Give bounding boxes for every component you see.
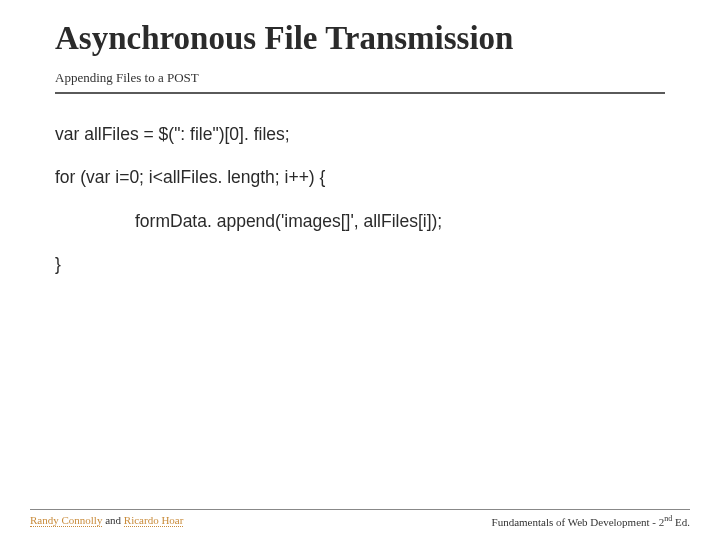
author-1: Randy Connolly bbox=[30, 514, 102, 527]
code-block: var allFiles = $(": file")[0]. files; fo… bbox=[55, 122, 665, 296]
code-line-2: for (var i=0; i<allFiles. length; i++) { bbox=[55, 165, 665, 190]
code-line-1: var allFiles = $(": file")[0]. files; bbox=[55, 122, 665, 147]
book-prefix: Fundamentals of Web Development - 2 bbox=[492, 516, 665, 528]
author-2: Ricardo Hoar bbox=[124, 514, 184, 527]
footer: Randy Connolly and Ricardo Hoar Fundamen… bbox=[30, 509, 690, 528]
slide: Asynchronous File Transmission Appending… bbox=[0, 0, 720, 540]
title-block: Asynchronous File Transmission Appending… bbox=[55, 20, 665, 94]
slide-title: Asynchronous File Transmission bbox=[55, 20, 665, 58]
book-suffix: Ed. bbox=[672, 516, 690, 528]
footer-book: Fundamentals of Web Development - 2nd Ed… bbox=[492, 514, 690, 528]
code-line-3: formData. append('images[]', allFiles[i]… bbox=[55, 209, 665, 234]
footer-authors: Randy Connolly and Ricardo Hoar bbox=[30, 514, 183, 528]
author-joiner: and bbox=[102, 514, 123, 526]
slide-subtitle: Appending Files to a POST bbox=[55, 70, 665, 86]
code-line-4: } bbox=[55, 252, 665, 277]
